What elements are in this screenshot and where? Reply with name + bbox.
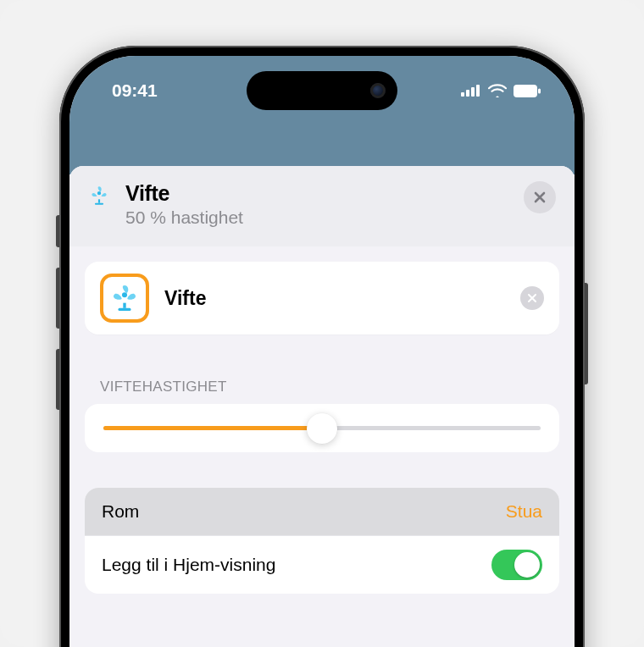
close-icon xyxy=(527,293,537,303)
device-name-card[interactable]: Vifte xyxy=(85,262,559,335)
screenshot-stage: 09:41 xyxy=(0,0,644,647)
add-to-home-toggle[interactable] xyxy=(491,550,542,580)
svg-rect-8 xyxy=(95,203,103,205)
accessory-subtitle: 50 % hastighet xyxy=(125,207,524,228)
accessory-sheet: Vifte 50 % hastighet xyxy=(69,166,575,647)
toggle-knob xyxy=(514,552,540,578)
settings-list: Rom Stua Legg til i Hjem-visning xyxy=(85,488,559,594)
phone-side-button-right xyxy=(585,283,588,384)
phone-side-buttons-left xyxy=(56,215,59,430)
device-name-field[interactable]: Vifte xyxy=(164,287,520,310)
sheet-header: Vifte 50 % hastighet xyxy=(69,166,575,246)
svg-point-6 xyxy=(97,191,101,195)
fan-icon xyxy=(110,284,139,312)
close-icon xyxy=(533,191,547,204)
slider-fill xyxy=(103,426,322,430)
close-button[interactable] xyxy=(524,181,556,213)
room-label: Rom xyxy=(102,501,139,522)
battery-icon xyxy=(514,85,541,97)
fan-icon xyxy=(88,185,110,207)
fan-speed-slider[interactable] xyxy=(103,426,541,430)
dynamic-island xyxy=(247,71,397,110)
svg-rect-1 xyxy=(466,90,469,97)
room-row[interactable]: Rom Stua xyxy=(85,488,559,536)
add-to-home-label: Legg til i Hjem-visning xyxy=(102,555,275,575)
add-to-home-row: Legg til i Hjem-visning xyxy=(85,536,559,594)
svg-rect-4 xyxy=(514,85,537,97)
cellular-signal-icon xyxy=(461,85,481,97)
iphone-frame: 09:41 xyxy=(59,46,585,647)
phone-screen: 09:41 xyxy=(69,56,575,647)
status-time: 09:41 xyxy=(112,80,158,101)
svg-rect-2 xyxy=(471,87,475,97)
svg-rect-0 xyxy=(461,92,464,97)
room-value: Stua xyxy=(506,501,542,522)
front-camera xyxy=(370,83,386,98)
device-icon-tile[interactable] xyxy=(100,274,149,323)
slider-thumb[interactable] xyxy=(307,413,337,444)
svg-rect-3 xyxy=(476,85,480,97)
svg-rect-7 xyxy=(98,199,100,202)
svg-rect-10 xyxy=(123,303,125,308)
svg-rect-5 xyxy=(538,88,541,93)
fan-speed-slider-card xyxy=(85,404,559,452)
speed-section-label: VIFTEHASTIGHET xyxy=(85,379,559,404)
svg-rect-11 xyxy=(118,308,130,311)
wifi-icon xyxy=(488,84,507,97)
accessory-title: Vifte xyxy=(125,181,524,206)
clear-text-button[interactable] xyxy=(520,286,544,310)
